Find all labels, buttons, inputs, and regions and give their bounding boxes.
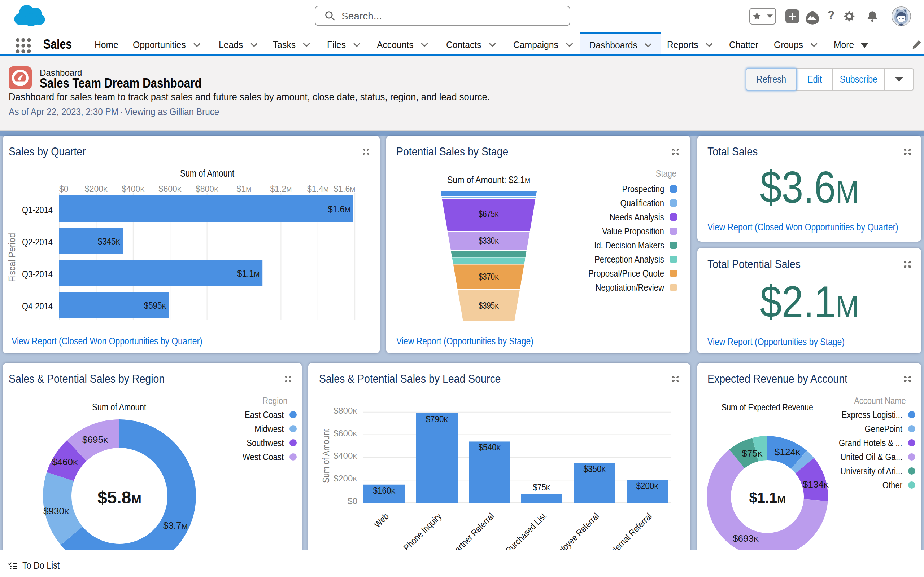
- svg-text:Fiscal Period: Fiscal Period: [6, 233, 17, 282]
- svg-text:$800K: $800K: [195, 184, 218, 193]
- svg-text:$693K: $693K: [733, 533, 759, 544]
- svg-text:Q2-2014: Q2-2014: [22, 237, 53, 247]
- svg-text:$3.7M: $3.7M: [163, 520, 188, 531]
- svg-text:Q3-2014: Q3-2014: [22, 269, 53, 279]
- svg-text:Sum of Amount: Sum of Amount: [92, 402, 146, 413]
- svg-text:Q1-2014: Q1-2014: [22, 205, 53, 215]
- svg-text:$1M: $1M: [237, 184, 252, 193]
- svg-text:$0: $0: [59, 184, 69, 193]
- svg-text:$695K: $695K: [82, 434, 108, 445]
- svg-text:$330K: $330K: [478, 235, 499, 246]
- svg-text:$1.1M: $1.1M: [749, 490, 785, 506]
- svg-text:$200K: $200K: [85, 184, 108, 193]
- svg-text:$790K: $790K: [426, 414, 449, 424]
- svg-text:Q4-2014: Q4-2014: [22, 301, 53, 311]
- svg-text:Sum of Amount: Sum of Amount: [180, 168, 234, 179]
- svg-text:$350K: $350K: [584, 464, 606, 474]
- svg-text:$200K: $200K: [636, 481, 659, 491]
- svg-text:$0: $0: [347, 496, 357, 506]
- svg-text:Purchased List: Purchased List: [504, 511, 548, 555]
- svg-text:$400K: $400K: [333, 451, 357, 461]
- svg-text:$134K: $134K: [803, 479, 829, 490]
- svg-text:$600K: $600K: [333, 429, 357, 438]
- svg-text:$1.2M: $1.2M: [270, 184, 292, 193]
- svg-text:Sum of Amount: $2.1M: Sum of Amount: $2.1M: [447, 174, 530, 185]
- svg-text:$160K: $160K: [373, 485, 396, 495]
- svg-text:$75K: $75K: [533, 482, 551, 492]
- svg-text:$1.4M: $1.4M: [307, 184, 329, 193]
- svg-text:$370K: $370K: [478, 272, 499, 282]
- svg-text:$1.6M: $1.6M: [333, 184, 355, 193]
- svg-text:Sum of Amount: Sum of Amount: [320, 429, 331, 483]
- svg-text:Sum of Expected Revenue: Sum of Expected Revenue: [722, 402, 813, 412]
- svg-text:$395K: $395K: [478, 300, 499, 311]
- svg-text:Web: Web: [372, 511, 391, 530]
- svg-text:Phone Inquiry: Phone Inquiry: [401, 511, 443, 553]
- svg-text:$5.8M: $5.8M: [97, 488, 142, 507]
- svg-text:$930K: $930K: [43, 506, 69, 516]
- svg-text:$124K: $124K: [775, 446, 801, 457]
- svg-text:$460K: $460K: [52, 456, 78, 467]
- svg-text:$675K: $675K: [478, 209, 499, 219]
- svg-text:$345K: $345K: [98, 236, 121, 246]
- svg-text:$600K: $600K: [159, 184, 181, 193]
- svg-text:$400K: $400K: [122, 184, 144, 193]
- svg-text:$800K: $800K: [333, 406, 357, 416]
- svg-text:$75K: $75K: [742, 448, 762, 459]
- svg-text:$540K: $540K: [478, 442, 501, 452]
- svg-text:$1.1M: $1.1M: [237, 268, 260, 279]
- svg-text:$595K: $595K: [144, 300, 167, 311]
- svg-text:$200K: $200K: [333, 474, 357, 483]
- svg-text:$1.6M: $1.6M: [328, 204, 351, 214]
